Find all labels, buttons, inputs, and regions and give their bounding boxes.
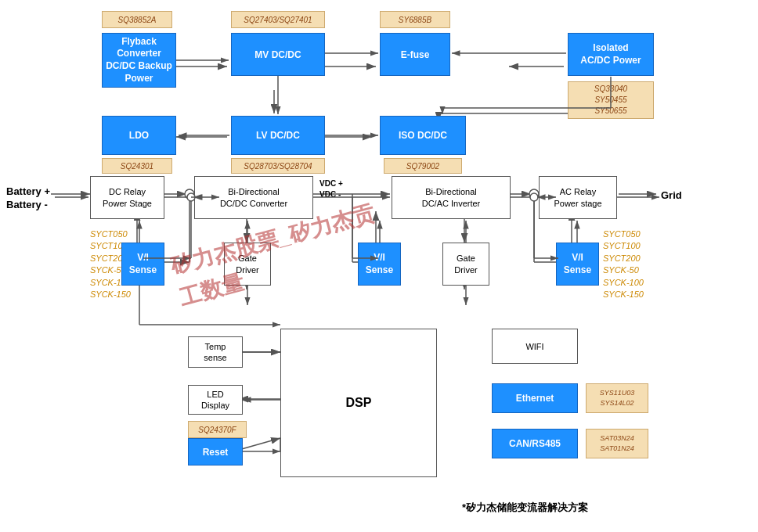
block-dsp: DSP bbox=[280, 329, 437, 477]
block-flyback: Flyback ConverterDC/DC BackupPower bbox=[102, 33, 176, 88]
vi-sense-3: V/ISense bbox=[556, 243, 599, 286]
block-temp-sense: Tempsense bbox=[188, 336, 243, 368]
block-can-rs485: CAN/RS485 bbox=[492, 429, 578, 458]
block-bi-dcdc: Bi-DirectionalDC/DC Converter bbox=[194, 176, 313, 219]
svg-point-57 bbox=[530, 193, 538, 201]
block-wifi: WIFI bbox=[492, 329, 578, 364]
chip-ethernet: SYS11U03 SYS14L02 bbox=[586, 383, 648, 413]
footer-text: *矽力杰储能变流器解决方案 bbox=[462, 501, 588, 515]
chip-can: SAT03N24 SAT01N24 bbox=[586, 429, 648, 458]
block-led-display: LEDDisplay bbox=[188, 385, 243, 415]
vi-sense-1: V/ISense bbox=[121, 243, 164, 286]
svg-line-24 bbox=[239, 438, 280, 450]
diagram: SQ38852A Flyback ConverterDC/DC BackupPo… bbox=[0, 0, 758, 532]
gate-driver-1: GateDriver bbox=[224, 243, 271, 286]
chip-sq28703: SQ28703/SQ28704 bbox=[231, 158, 325, 174]
block-ethernet: Ethernet bbox=[492, 383, 578, 413]
block-isolated-acdc: IsolatedAC/DC Power bbox=[568, 33, 654, 76]
block-ldo: LDO bbox=[102, 116, 176, 155]
grid-label: Grid bbox=[661, 189, 682, 201]
chip-sy6885b: SY6885B bbox=[380, 11, 450, 28]
battery-minus-label: Battery - bbox=[6, 199, 48, 210]
vi-sense-2: V/ISense bbox=[358, 243, 401, 286]
chip-sq27403: SQ27403/SQ27401 bbox=[231, 11, 325, 28]
right-chips-label: SYCT050 SYCT100 SYCT200 SYCK-50 SYCK-100… bbox=[603, 228, 644, 300]
chip-sq33040: SQ33040 SY50455 SY50655 bbox=[568, 81, 654, 119]
vdc-labels: VDC + VDC - bbox=[319, 178, 343, 200]
battery-plus-label: Battery + bbox=[6, 185, 50, 197]
block-efuse: E-fuse bbox=[380, 33, 450, 76]
block-iso-dcdc: ISO DC/DC bbox=[380, 116, 466, 155]
chip-sq79002: SQ79002 bbox=[384, 158, 462, 174]
chip-sq24370f: SQ24370F bbox=[188, 421, 247, 438]
chip-sq38852a: SQ38852A bbox=[102, 11, 172, 28]
block-dc-relay: DC RelayPower Stage bbox=[90, 176, 164, 219]
block-bi-dcac: Bi-DirectionalDC/AC Inverter bbox=[392, 176, 511, 219]
svg-point-26 bbox=[529, 189, 539, 199]
chip-sq24301: SQ24301 bbox=[102, 158, 172, 174]
gate-driver-2: GateDriver bbox=[442, 243, 489, 286]
block-mv-dcdc: MV DC/DC bbox=[231, 33, 325, 76]
block-ac-relay: AC RelayPower stage bbox=[539, 176, 617, 219]
svg-point-25 bbox=[185, 189, 194, 199]
block-reset: Reset bbox=[188, 438, 243, 466]
block-lv-dcdc: LV DC/DC bbox=[231, 116, 325, 155]
